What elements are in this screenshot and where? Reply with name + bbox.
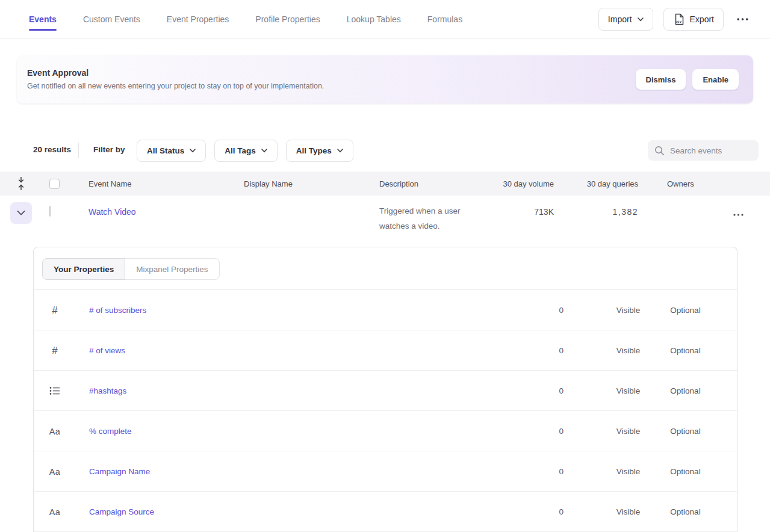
text-type-icon: Aa xyxy=(46,411,64,451)
property-link[interactable]: Campaign Name xyxy=(89,451,150,492)
collapse-rows-icon xyxy=(17,177,25,190)
types-filter-dropdown[interactable]: All Types xyxy=(286,140,353,162)
property-link[interactable]: % complete xyxy=(89,411,132,451)
export-button[interactable]: csv Export xyxy=(663,8,724,31)
dismiss-button[interactable]: Dismiss xyxy=(636,69,686,90)
column-header-display-name: Display Name xyxy=(244,172,293,196)
nav-actions: Import csv Export xyxy=(598,8,751,31)
svg-text:csv: csv xyxy=(675,19,682,23)
tab-your-properties[interactable]: Your Properties xyxy=(42,258,125,280)
column-header-30-day-volume: 30 day volume xyxy=(470,172,554,196)
search-input[interactable] xyxy=(670,146,748,155)
property-row: # # of subscribers 0 Visible Optional xyxy=(34,290,737,330)
column-header-event-name: Event Name xyxy=(88,172,132,196)
text-type-icon: Aa xyxy=(46,492,64,532)
property-count: 0 xyxy=(482,371,564,411)
more-actions-button[interactable] xyxy=(734,8,751,31)
chevron-down-icon xyxy=(261,149,267,153)
tab-formulas[interactable]: Formulas xyxy=(427,0,462,39)
column-header-description: Description xyxy=(379,172,418,196)
search-events-box[interactable] xyxy=(648,140,759,161)
property-requirement: Optional xyxy=(651,290,720,330)
property-requirement: Optional xyxy=(651,330,720,371)
tab-profile-properties[interactable]: Profile Properties xyxy=(255,0,320,39)
tags-filter-dropdown[interactable]: All Tags xyxy=(214,140,278,162)
column-header-30-day-queries: 30 day queries xyxy=(554,172,638,196)
filter-bar: 20 results Filter by All Status All Tags… xyxy=(0,140,770,161)
property-count: 0 xyxy=(482,330,564,371)
status-filter-dropdown[interactable]: All Status xyxy=(137,140,206,162)
properties-tab-switcher: Your Properties Mixpanel Properties xyxy=(42,258,220,280)
property-requirement: Optional xyxy=(651,371,720,411)
event-row-watch-video: Watch Video Triggered when a user watche… xyxy=(0,196,770,247)
tags-filter-label: All Tags xyxy=(225,146,256,155)
event-properties-panel: Your Properties Mixpanel Properties # # … xyxy=(33,247,737,532)
select-all-checkbox[interactable] xyxy=(49,179,60,189)
property-row: Aa Campaign Source 0 Visible Optional xyxy=(34,492,737,532)
results-count: 20 results xyxy=(33,145,71,154)
property-count: 0 xyxy=(482,411,564,451)
property-row: # # of views 0 Visible Optional xyxy=(34,330,737,371)
event-30-day-volume: 713K xyxy=(470,207,554,217)
import-button-label: Import xyxy=(608,14,632,24)
tab-custom-events[interactable]: Custom Events xyxy=(83,0,140,39)
collapse-all-button[interactable] xyxy=(17,172,25,196)
tab-events[interactable]: Events xyxy=(29,0,57,39)
chevron-down-icon xyxy=(190,149,196,153)
events-table-header: Event Name Display Name Description 30 d… xyxy=(0,172,770,196)
vertical-divider xyxy=(78,143,79,158)
event-approval-banner: Event Approval Get notified on all new e… xyxy=(17,55,753,104)
banner-actions: Dismiss Enable xyxy=(636,69,739,90)
nav-tab-list: Events Custom Events Event Properties Pr… xyxy=(29,0,462,39)
event-name-link[interactable]: Watch Video xyxy=(88,207,136,217)
tab-event-properties[interactable]: Event Properties xyxy=(167,0,229,39)
event-description: Triggered when a user watches a video. xyxy=(379,203,480,234)
list-type-icon xyxy=(46,371,64,411)
tab-lookup-tables[interactable]: Lookup Tables xyxy=(347,0,401,39)
text-type-icon: Aa xyxy=(46,451,64,492)
property-requirement: Optional xyxy=(651,451,720,492)
property-row: #hashtags 0 Visible Optional xyxy=(34,371,737,411)
property-count: 0 xyxy=(482,451,564,492)
property-link[interactable]: #hashtags xyxy=(89,371,126,411)
collapse-row-button[interactable] xyxy=(10,202,32,224)
event-30-day-queries: 1,382 xyxy=(554,207,638,217)
banner-title: Event Approval xyxy=(27,68,88,78)
search-icon xyxy=(654,146,665,156)
filter-by-label: Filter by xyxy=(93,145,125,154)
enable-button[interactable]: Enable xyxy=(692,69,739,90)
status-filter-label: All Status xyxy=(147,146,184,155)
row-checkbox[interactable] xyxy=(49,206,51,217)
chevron-down-icon xyxy=(638,17,644,22)
chevron-down-icon xyxy=(17,211,25,215)
event-actions-button[interactable] xyxy=(730,203,747,226)
property-link[interactable]: # of views xyxy=(89,330,125,371)
csv-file-icon: csv xyxy=(673,13,685,25)
types-filter-label: All Types xyxy=(296,146,332,155)
properties-tabs-section: Your Properties Mixpanel Properties xyxy=(34,247,737,290)
column-header-owners: Owners xyxy=(667,172,694,196)
tab-mixpanel-properties[interactable]: Mixpanel Properties xyxy=(125,258,219,280)
banner-description: Get notified on all new events entering … xyxy=(27,82,324,90)
property-count: 0 xyxy=(482,492,564,532)
property-row: Aa % complete 0 Visible Optional xyxy=(34,411,737,451)
lexicon-events-page: Events Custom Events Event Properties Pr… xyxy=(0,0,770,532)
filter-dropdowns: All Status All Tags All Types xyxy=(137,140,353,162)
property-link[interactable]: # of subscribers xyxy=(89,290,146,330)
property-link[interactable]: Campaign Source xyxy=(89,492,154,532)
ellipsis-icon xyxy=(733,214,744,216)
property-row: Aa Campaign Name 0 Visible Optional xyxy=(34,451,737,492)
property-count: 0 xyxy=(482,290,564,330)
number-type-icon: # xyxy=(46,330,64,371)
chevron-down-icon xyxy=(337,149,343,153)
number-type-icon: # xyxy=(46,290,64,330)
top-navigation: Events Custom Events Event Properties Pr… xyxy=(0,0,770,39)
property-requirement: Optional xyxy=(651,492,720,532)
export-button-label: Export xyxy=(690,14,714,24)
import-button[interactable]: Import xyxy=(598,8,653,31)
ellipsis-icon xyxy=(737,18,748,20)
property-requirement: Optional xyxy=(651,411,720,451)
